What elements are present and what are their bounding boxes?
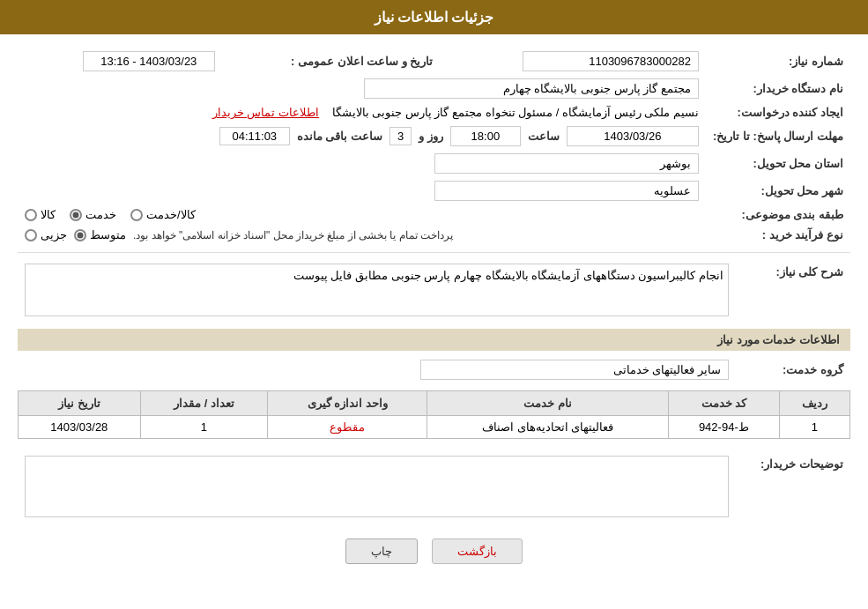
grooh-value-cell: سایر فعالیتهای خدماتی (18, 356, 736, 383)
services-table: ردیف کد خدمت نام خدمت واحد اندازه گیری ت… (18, 390, 850, 439)
ettelaat-tamas-link[interactable]: اطلاعات تماس خریدار (212, 106, 319, 119)
col-count: تعداد / مقدار (140, 391, 268, 416)
radio-khedmat[interactable]: خدمت (70, 208, 116, 221)
cell-count: 1 (140, 416, 268, 439)
radio-motawaset-circle (74, 229, 86, 241)
col-name: نام خدمت (427, 391, 669, 416)
ostan-value: بوشهر (434, 153, 699, 174)
mohlat-label: مهلت ارسال پاسخ: تا تاریخ: (706, 123, 850, 150)
print-button[interactable]: چاپ (345, 538, 418, 564)
radio-motawaset-label: متوسط (90, 228, 126, 241)
radio-kala-khedmat-label: کالا/خدمت (146, 208, 196, 221)
page-title: جزئیات اطلاعات نیاز (375, 10, 494, 25)
shomara-value: 1103096783000282 (523, 51, 699, 71)
rooz-label: روز و (419, 130, 443, 143)
saat-label: ساعت (528, 130, 560, 143)
cell-radif: 1 (779, 416, 850, 439)
nooe-note: پرداخت تمام یا بخشی از مبلغ خریداز محل "… (133, 229, 453, 241)
services-section-header: اطلاعات خدمات مورد نیاز (18, 329, 850, 351)
footer-buttons: بازگشت چاپ (18, 538, 850, 564)
radio-kala[interactable]: کالا (25, 208, 56, 221)
page-header: جزئیات اطلاعات نیاز (0, 0, 868, 34)
sharh-value-cell: انجام کالیبراسیون دستگاههای آزمایشگاه با… (18, 260, 736, 320)
baqi-mande-value: 04:11:03 (219, 127, 290, 145)
ostan-label: استان محل تحویل: (706, 150, 850, 177)
sharh-value: انجام کالیبراسیون دستگاههای آزمایشگاه با… (25, 264, 729, 316)
radio-kala-khedmat-circle (130, 209, 143, 221)
nam-dastgah-value: مجتمع گاز پارس جنوبی بالایشگاه چهارم (364, 78, 699, 99)
nooe-label: نوع فرآیند خرید : (706, 225, 850, 245)
shahr-value: عسلویه (434, 181, 699, 201)
tarikh-aelan-value: 1403/03/23 - 13:16 (83, 51, 215, 71)
tabaqe-value-cell: کالا خدمت کالا/خدمت (18, 204, 706, 225)
radio-jozi-label: جزیی (41, 228, 67, 241)
radio-jozi-circle (25, 229, 37, 241)
col-date: تاریخ نیاز (19, 391, 141, 416)
cell-unit: مقطوع (268, 416, 427, 439)
baqi-mande-label: ساعت باقی مانده (297, 130, 382, 143)
cell-code: ط-94-942 (669, 416, 779, 439)
col-radif: ردیف (779, 391, 850, 416)
radio-khedmat-label: خدمت (85, 208, 116, 221)
tarikh-aelan-label: تاریخ و ساعت اعلان عمومی : (291, 55, 433, 68)
shahr-value-cell: عسلویه (18, 177, 706, 204)
cell-date: 1403/03/28 (19, 416, 141, 439)
shomara-value-cell: 1103096783000282 (440, 48, 706, 75)
nooe-value-cell: جزیی متوسط پرداخت تمام یا بخشی از مبلغ خ… (18, 225, 706, 245)
saat-value: 18:00 (450, 126, 521, 146)
radio-jozi[interactable]: جزیی (25, 228, 67, 241)
grooh-value: سایر فعالیتهای خدماتی (420, 360, 729, 380)
back-button[interactable]: بازگشت (432, 538, 523, 564)
nam-dastgah-label: نام دستگاه خریدار: (706, 75, 850, 102)
divider-1 (18, 252, 850, 253)
radio-kala-circle (25, 209, 37, 221)
nam-dastgah-value-cell: مجتمع گاز پارس جنوبی بالایشگاه چهارم (18, 75, 706, 102)
buyer-desc-value-cell (18, 452, 736, 521)
col-code: کد خدمت (669, 391, 779, 416)
rooz-value: 3 (389, 127, 412, 145)
grooh-label: گروه خدمت: (736, 356, 850, 383)
ejad-label: ایجاد کننده درخواست: (706, 102, 850, 123)
table-row: 1ط-94-942فعالیتهای اتحادیه‌های اصنافمقطو… (19, 416, 850, 439)
mohlat-value-cell: 1403/03/26 ساعت 18:00 روز و 3 ساعت باقی … (18, 123, 706, 150)
radio-kala-khedmat[interactable]: کالا/خدمت (130, 208, 196, 221)
sharh-label: شرح کلی نیاز: (736, 260, 850, 320)
buyer-desc-label: توضیحات خریدار: (736, 452, 850, 521)
radio-kala-label: کالا (41, 208, 56, 221)
radio-motawaset[interactable]: متوسط (74, 228, 126, 241)
ejad-value-cell: نسیم ملکی رئیس آزمایشگاه / مسئول تنخواه … (18, 102, 706, 123)
ostan-value-cell: بوشهر (18, 150, 706, 177)
ejad-value: نسیم ملکی رئیس آزمایشگاه / مسئول تنخواه … (332, 106, 699, 119)
date-value: 1403/03/26 (567, 126, 699, 146)
cell-name: فعالیتهای اتحادیه‌های اصناف (427, 416, 669, 439)
buyer-desc-area (25, 456, 729, 517)
shomara-label: شماره نیاز: (706, 48, 850, 75)
tabaqe-label: طبقه بندی موضوعی: (706, 204, 850, 225)
col-unit: واحد اندازه گیری (268, 391, 427, 416)
shahr-label: شهر محل تحویل: (706, 177, 850, 204)
radio-khedmat-circle (70, 209, 82, 221)
